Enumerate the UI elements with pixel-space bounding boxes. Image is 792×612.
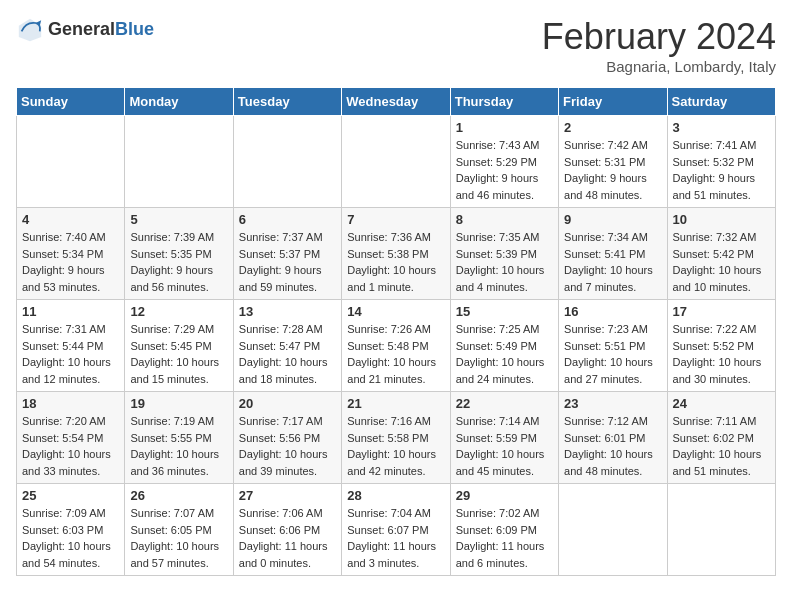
calendar-cell: 4Sunrise: 7:40 AM Sunset: 5:34 PM Daylig… xyxy=(17,208,125,300)
day-number: 3 xyxy=(673,120,770,135)
day-info: Sunrise: 7:26 AM Sunset: 5:48 PM Dayligh… xyxy=(347,321,444,387)
calendar-cell: 13Sunrise: 7:28 AM Sunset: 5:47 PM Dayli… xyxy=(233,300,341,392)
day-number: 21 xyxy=(347,396,444,411)
day-info: Sunrise: 7:19 AM Sunset: 5:55 PM Dayligh… xyxy=(130,413,227,479)
day-number: 22 xyxy=(456,396,553,411)
day-info: Sunrise: 7:20 AM Sunset: 5:54 PM Dayligh… xyxy=(22,413,119,479)
day-of-week-header: Monday xyxy=(125,88,233,116)
calendar-cell: 28Sunrise: 7:04 AM Sunset: 6:07 PM Dayli… xyxy=(342,484,450,576)
day-info: Sunrise: 7:16 AM Sunset: 5:58 PM Dayligh… xyxy=(347,413,444,479)
day-number: 26 xyxy=(130,488,227,503)
day-info: Sunrise: 7:22 AM Sunset: 5:52 PM Dayligh… xyxy=(673,321,770,387)
day-number: 25 xyxy=(22,488,119,503)
day-info: Sunrise: 7:02 AM Sunset: 6:09 PM Dayligh… xyxy=(456,505,553,571)
day-number: 13 xyxy=(239,304,336,319)
day-number: 5 xyxy=(130,212,227,227)
day-number: 10 xyxy=(673,212,770,227)
calendar-cell: 12Sunrise: 7:29 AM Sunset: 5:45 PM Dayli… xyxy=(125,300,233,392)
calendar-cell: 1Sunrise: 7:43 AM Sunset: 5:29 PM Daylig… xyxy=(450,116,558,208)
day-number: 4 xyxy=(22,212,119,227)
day-number: 6 xyxy=(239,212,336,227)
day-info: Sunrise: 7:12 AM Sunset: 6:01 PM Dayligh… xyxy=(564,413,661,479)
logo-blue-text: Blue xyxy=(115,20,154,40)
calendar-cell: 9Sunrise: 7:34 AM Sunset: 5:41 PM Daylig… xyxy=(559,208,667,300)
calendar-cell xyxy=(342,116,450,208)
calendar-cell: 26Sunrise: 7:07 AM Sunset: 6:05 PM Dayli… xyxy=(125,484,233,576)
day-number: 8 xyxy=(456,212,553,227)
calendar-cell xyxy=(125,116,233,208)
day-number: 9 xyxy=(564,212,661,227)
day-info: Sunrise: 7:29 AM Sunset: 5:45 PM Dayligh… xyxy=(130,321,227,387)
day-number: 16 xyxy=(564,304,661,319)
day-info: Sunrise: 7:17 AM Sunset: 5:56 PM Dayligh… xyxy=(239,413,336,479)
day-info: Sunrise: 7:34 AM Sunset: 5:41 PM Dayligh… xyxy=(564,229,661,295)
day-info: Sunrise: 7:06 AM Sunset: 6:06 PM Dayligh… xyxy=(239,505,336,571)
day-info: Sunrise: 7:11 AM Sunset: 6:02 PM Dayligh… xyxy=(673,413,770,479)
calendar-cell: 25Sunrise: 7:09 AM Sunset: 6:03 PM Dayli… xyxy=(17,484,125,576)
calendar-week-row: 18Sunrise: 7:20 AM Sunset: 5:54 PM Dayli… xyxy=(17,392,776,484)
day-info: Sunrise: 7:43 AM Sunset: 5:29 PM Dayligh… xyxy=(456,137,553,203)
day-of-week-header: Tuesday xyxy=(233,88,341,116)
calendar-cell xyxy=(17,116,125,208)
calendar-cell: 8Sunrise: 7:35 AM Sunset: 5:39 PM Daylig… xyxy=(450,208,558,300)
calendar-cell: 5Sunrise: 7:39 AM Sunset: 5:35 PM Daylig… xyxy=(125,208,233,300)
day-number: 27 xyxy=(239,488,336,503)
calendar-cell: 18Sunrise: 7:20 AM Sunset: 5:54 PM Dayli… xyxy=(17,392,125,484)
location-subtitle: Bagnaria, Lombardy, Italy xyxy=(542,58,776,75)
logo-general-text: General xyxy=(48,20,115,40)
calendar-cell: 29Sunrise: 7:02 AM Sunset: 6:09 PM Dayli… xyxy=(450,484,558,576)
title-block: February 2024 Bagnaria, Lombardy, Italy xyxy=(542,16,776,75)
day-info: Sunrise: 7:07 AM Sunset: 6:05 PM Dayligh… xyxy=(130,505,227,571)
calendar-cell: 24Sunrise: 7:11 AM Sunset: 6:02 PM Dayli… xyxy=(667,392,775,484)
day-info: Sunrise: 7:09 AM Sunset: 6:03 PM Dayligh… xyxy=(22,505,119,571)
day-number: 14 xyxy=(347,304,444,319)
day-of-week-header: Saturday xyxy=(667,88,775,116)
day-number: 19 xyxy=(130,396,227,411)
day-info: Sunrise: 7:25 AM Sunset: 5:49 PM Dayligh… xyxy=(456,321,553,387)
calendar-cell: 10Sunrise: 7:32 AM Sunset: 5:42 PM Dayli… xyxy=(667,208,775,300)
calendar-cell: 6Sunrise: 7:37 AM Sunset: 5:37 PM Daylig… xyxy=(233,208,341,300)
calendar-cell: 15Sunrise: 7:25 AM Sunset: 5:49 PM Dayli… xyxy=(450,300,558,392)
day-info: Sunrise: 7:14 AM Sunset: 5:59 PM Dayligh… xyxy=(456,413,553,479)
day-number: 12 xyxy=(130,304,227,319)
day-info: Sunrise: 7:32 AM Sunset: 5:42 PM Dayligh… xyxy=(673,229,770,295)
page-header: General Blue February 2024 Bagnaria, Lom… xyxy=(16,16,776,75)
day-info: Sunrise: 7:31 AM Sunset: 5:44 PM Dayligh… xyxy=(22,321,119,387)
calendar-cell: 17Sunrise: 7:22 AM Sunset: 5:52 PM Dayli… xyxy=(667,300,775,392)
calendar-cell: 14Sunrise: 7:26 AM Sunset: 5:48 PM Dayli… xyxy=(342,300,450,392)
calendar-header-row: SundayMondayTuesdayWednesdayThursdayFrid… xyxy=(17,88,776,116)
day-of-week-header: Friday xyxy=(559,88,667,116)
day-number: 7 xyxy=(347,212,444,227)
calendar-table: SundayMondayTuesdayWednesdayThursdayFrid… xyxy=(16,87,776,576)
logo: General Blue xyxy=(16,16,154,44)
calendar-cell: 19Sunrise: 7:19 AM Sunset: 5:55 PM Dayli… xyxy=(125,392,233,484)
day-number: 24 xyxy=(673,396,770,411)
day-number: 23 xyxy=(564,396,661,411)
day-number: 18 xyxy=(22,396,119,411)
day-of-week-header: Sunday xyxy=(17,88,125,116)
calendar-cell: 23Sunrise: 7:12 AM Sunset: 6:01 PM Dayli… xyxy=(559,392,667,484)
month-title: February 2024 xyxy=(542,16,776,58)
day-info: Sunrise: 7:04 AM Sunset: 6:07 PM Dayligh… xyxy=(347,505,444,571)
day-number: 1 xyxy=(456,120,553,135)
day-of-week-header: Thursday xyxy=(450,88,558,116)
calendar-cell xyxy=(559,484,667,576)
calendar-cell: 20Sunrise: 7:17 AM Sunset: 5:56 PM Dayli… xyxy=(233,392,341,484)
calendar-week-row: 4Sunrise: 7:40 AM Sunset: 5:34 PM Daylig… xyxy=(17,208,776,300)
calendar-week-row: 25Sunrise: 7:09 AM Sunset: 6:03 PM Dayli… xyxy=(17,484,776,576)
day-number: 15 xyxy=(456,304,553,319)
day-info: Sunrise: 7:35 AM Sunset: 5:39 PM Dayligh… xyxy=(456,229,553,295)
calendar-cell: 27Sunrise: 7:06 AM Sunset: 6:06 PM Dayli… xyxy=(233,484,341,576)
calendar-week-row: 1Sunrise: 7:43 AM Sunset: 5:29 PM Daylig… xyxy=(17,116,776,208)
day-number: 20 xyxy=(239,396,336,411)
day-info: Sunrise: 7:28 AM Sunset: 5:47 PM Dayligh… xyxy=(239,321,336,387)
calendar-cell: 21Sunrise: 7:16 AM Sunset: 5:58 PM Dayli… xyxy=(342,392,450,484)
day-info: Sunrise: 7:39 AM Sunset: 5:35 PM Dayligh… xyxy=(130,229,227,295)
calendar-cell: 11Sunrise: 7:31 AM Sunset: 5:44 PM Dayli… xyxy=(17,300,125,392)
day-info: Sunrise: 7:42 AM Sunset: 5:31 PM Dayligh… xyxy=(564,137,661,203)
day-number: 17 xyxy=(673,304,770,319)
calendar-cell: 2Sunrise: 7:42 AM Sunset: 5:31 PM Daylig… xyxy=(559,116,667,208)
calendar-cell xyxy=(233,116,341,208)
day-number: 2 xyxy=(564,120,661,135)
calendar-week-row: 11Sunrise: 7:31 AM Sunset: 5:44 PM Dayli… xyxy=(17,300,776,392)
